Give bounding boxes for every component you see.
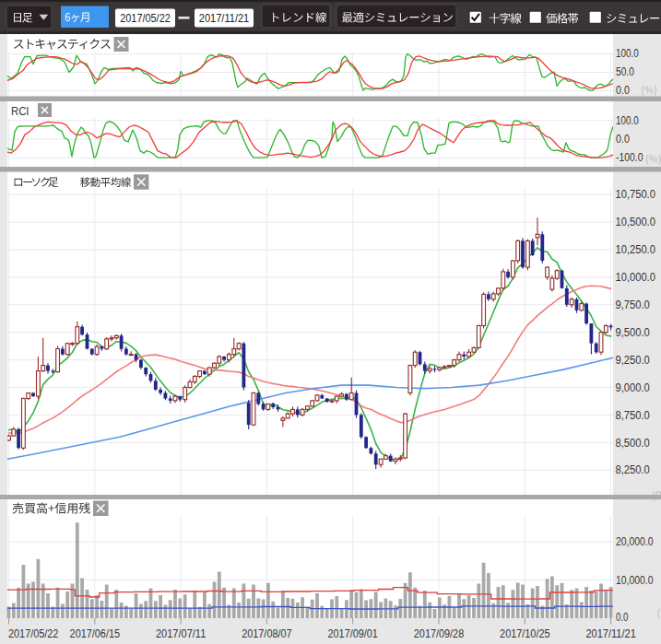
svg-text:9,250.0: 9,250.0 bbox=[616, 354, 650, 367]
svg-text:10,750.0: 10,750.0 bbox=[616, 188, 656, 201]
svg-text:9,750.0: 9,750.0 bbox=[616, 299, 650, 311]
svg-text:2017/05/22: 2017/05/22 bbox=[120, 11, 171, 25]
svg-text:2017/11/21: 2017/11/21 bbox=[199, 11, 250, 25]
svg-text:8,250.0: 8,250.0 bbox=[616, 463, 650, 476]
svg-text:10,250.0: 10,250.0 bbox=[616, 243, 656, 256]
svg-text:2017/09/28: 2017/09/28 bbox=[414, 626, 464, 640]
svg-text:0.0: 0.0 bbox=[616, 84, 630, 97]
svg-text:0.0: 0.0 bbox=[616, 611, 629, 624]
svg-text:100.0: 100.0 bbox=[616, 114, 639, 127]
svg-text:8,500.0: 8,500.0 bbox=[616, 437, 650, 450]
svg-text:2017/09/01: 2017/09/01 bbox=[328, 626, 378, 640]
svg-text:10,000.0: 10,000.0 bbox=[616, 271, 656, 284]
svg-text:20,000.0: 20,000.0 bbox=[616, 535, 654, 548]
svg-text:RCI: RCI bbox=[11, 104, 30, 118]
svg-text:-100.0: -100.0 bbox=[616, 151, 643, 164]
svg-text:0.0: 0.0 bbox=[616, 133, 630, 146]
svg-text:2017/10/25: 2017/10/25 bbox=[500, 626, 549, 640]
svg-text:2017/06/15: 2017/06/15 bbox=[70, 626, 120, 640]
svg-text:100.0: 100.0 bbox=[616, 47, 639, 60]
svg-text:2017/05/22: 2017/05/22 bbox=[8, 626, 58, 640]
svg-text:10,000.0: 10,000.0 bbox=[616, 574, 654, 587]
svg-text:8,750.0: 8,750.0 bbox=[616, 409, 650, 422]
svg-text:10,500.0: 10,500.0 bbox=[616, 216, 656, 228]
svg-text:2017/08/07: 2017/08/07 bbox=[242, 626, 291, 640]
svg-text:2017/11/21: 2017/11/21 bbox=[585, 626, 635, 640]
svg-text:2017/07/11: 2017/07/11 bbox=[156, 626, 206, 640]
svg-text:9,000.0: 9,000.0 bbox=[616, 381, 650, 394]
svg-text:9,500.0: 9,500.0 bbox=[616, 326, 650, 339]
svg-text:50.0: 50.0 bbox=[616, 65, 634, 78]
